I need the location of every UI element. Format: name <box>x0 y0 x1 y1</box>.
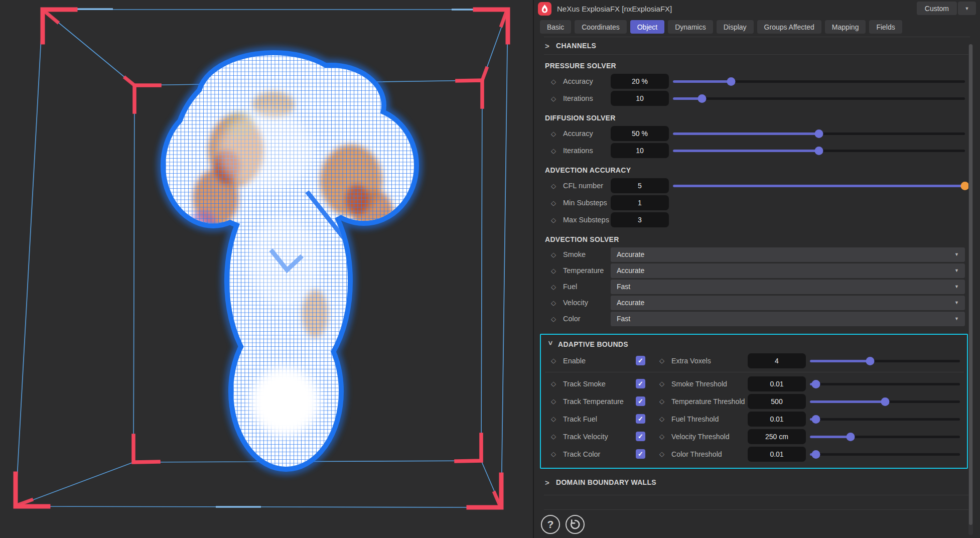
port-diamond-icon[interactable]: ◇ <box>551 95 563 102</box>
slider-handle[interactable] <box>815 147 823 155</box>
min-substeps-input[interactable]: 1 <box>611 195 669 210</box>
fuel-threshold-slider[interactable] <box>810 412 960 427</box>
pressure-iterations-input[interactable]: 10 <box>611 91 669 106</box>
port-diamond-icon[interactable]: ◇ <box>551 433 563 440</box>
slider-handle[interactable] <box>811 380 820 388</box>
question-mark-icon: ? <box>547 518 554 530</box>
port-diamond-icon[interactable]: ◇ <box>659 415 671 423</box>
cfl-number-input[interactable]: 5 <box>611 178 669 193</box>
slider-handle[interactable] <box>866 357 874 365</box>
tab-display[interactable]: Display <box>717 20 754 34</box>
section-label: CHANNELS <box>556 42 596 50</box>
port-diamond-icon[interactable]: ◇ <box>659 433 671 440</box>
fuel-threshold-input[interactable]: 0.01 <box>748 412 806 427</box>
param-row-diffusion-accuracy: ◇ Accuracy 50 % <box>551 125 965 142</box>
port-diamond-icon[interactable]: ◇ <box>551 199 563 207</box>
preset-custom-button[interactable]: Custom <box>917 2 957 15</box>
port-diamond-icon[interactable]: ◇ <box>551 267 563 275</box>
check-icon: ✓ <box>638 380 643 387</box>
panel-footer: ? <box>541 515 585 534</box>
smoke-solver-dropdown[interactable]: Accurate ▼ <box>611 247 965 262</box>
tab-coordinates[interactable]: Coordinates <box>575 20 627 34</box>
reset-button[interactable] <box>566 515 585 534</box>
tab-groups-affected[interactable]: Groups Affected <box>757 20 821 34</box>
diffusion-iterations-slider[interactable] <box>673 143 965 158</box>
help-button[interactable]: ? <box>541 515 560 534</box>
param-row-smoke-solver: ◇ Smoke Accurate ▼ <box>551 246 965 262</box>
slider-handle[interactable] <box>881 397 889 406</box>
temperature-threshold-slider[interactable] <box>810 394 960 409</box>
port-diamond-icon[interactable]: ◇ <box>551 251 563 258</box>
port-diamond-icon[interactable]: ◇ <box>551 283 563 291</box>
slider-handle[interactable] <box>846 433 855 441</box>
port-diamond-icon[interactable]: ◇ <box>551 415 563 423</box>
port-diamond-icon[interactable]: ◇ <box>551 182 563 190</box>
header-pressure-solver: PRESSURE SOLVER <box>545 60 965 72</box>
port-diamond-icon[interactable]: ◇ <box>551 147 563 155</box>
slider-handle[interactable] <box>811 415 820 424</box>
param-row-velocity-solver: ◇ Velocity Accurate ▼ <box>551 295 965 311</box>
pressure-accuracy-input[interactable]: 20 % <box>611 74 669 89</box>
diffusion-accuracy-input[interactable]: 50 % <box>611 126 669 141</box>
cfl-number-slider[interactable] <box>673 178 965 193</box>
chevron-down-icon: ▼ <box>954 268 959 273</box>
port-diamond-icon[interactable]: ◇ <box>659 357 671 364</box>
track-color-checkbox[interactable]: ✓ <box>636 449 645 459</box>
pressure-accuracy-slider[interactable] <box>673 74 965 89</box>
section-channels[interactable]: > CHANNELS <box>551 37 965 54</box>
smoke-threshold-input[interactable]: 0.01 <box>748 376 806 391</box>
slider-handle[interactable] <box>961 182 969 190</box>
port-diamond-icon[interactable]: ◇ <box>659 380 671 387</box>
diffusion-accuracy-slider[interactable] <box>673 126 965 141</box>
temperature-threshold-input[interactable]: 500 <box>748 394 806 409</box>
tab-dynamics[interactable]: Dynamics <box>668 20 713 34</box>
slider-handle[interactable] <box>727 77 736 86</box>
tab-object[interactable]: Object <box>630 20 664 34</box>
track-smoke-checkbox[interactable]: ✓ <box>636 379 645 388</box>
enable-checkbox[interactable]: ✓ <box>636 356 645 365</box>
port-diamond-icon[interactable]: ◇ <box>551 315 563 323</box>
tab-mapping[interactable]: Mapping <box>825 20 866 34</box>
pressure-iterations-slider[interactable] <box>673 91 965 106</box>
smoke-threshold-slider[interactable] <box>810 376 960 391</box>
slider-handle[interactable] <box>698 94 707 103</box>
extra-voxels-slider[interactable] <box>810 353 960 368</box>
velocity-solver-dropdown[interactable]: Accurate ▼ <box>611 296 965 310</box>
port-diamond-icon[interactable]: ◇ <box>551 357 563 364</box>
velocity-threshold-slider[interactable] <box>810 429 960 444</box>
track-velocity-checkbox[interactable]: ✓ <box>636 432 645 441</box>
tab-basic[interactable]: Basic <box>540 20 571 34</box>
fuel-solver-dropdown[interactable]: Fast ▼ <box>611 280 965 294</box>
port-diamond-icon[interactable]: ◇ <box>551 130 563 138</box>
track-fuel-checkbox[interactable]: ✓ <box>636 414 645 424</box>
port-diamond-icon[interactable]: ◇ <box>551 397 563 405</box>
color-threshold-slider[interactable] <box>810 447 960 462</box>
port-diamond-icon[interactable]: ◇ <box>551 450 563 458</box>
slider-handle[interactable] <box>811 450 820 459</box>
panel-scrollbar[interactable] <box>968 44 973 535</box>
port-diamond-icon[interactable]: ◇ <box>551 299 563 307</box>
check-icon: ✓ <box>638 450 643 458</box>
diffusion-iterations-input[interactable]: 10 <box>611 143 669 158</box>
tab-fields[interactable]: Fields <box>869 20 902 34</box>
chevron-down-icon: ▼ <box>954 252 959 257</box>
port-diamond-icon[interactable]: ◇ <box>551 216 563 224</box>
section-domain-boundary-walls[interactable]: > DOMAIN BOUNDARY WALLS <box>551 474 965 491</box>
extra-voxels-input[interactable]: 4 <box>748 353 806 368</box>
port-diamond-icon[interactable]: ◇ <box>551 78 563 85</box>
row-track-fuel: ◇ Track Fuel ✓ ◇ Fuel Threshold 0.01 <box>551 410 960 428</box>
port-diamond-icon[interactable]: ◇ <box>659 450 671 458</box>
port-diamond-icon[interactable]: ◇ <box>551 380 563 387</box>
port-diamond-icon[interactable]: ◇ <box>659 397 671 405</box>
preset-dropdown-button[interactable]: ▼ <box>958 2 976 15</box>
scrollbar-thumb[interactable] <box>969 44 972 525</box>
temperature-solver-dropdown[interactable]: Accurate ▼ <box>611 263 965 278</box>
viewport-3d[interactable] <box>0 0 534 538</box>
color-threshold-input[interactable]: 0.01 <box>748 447 806 462</box>
color-solver-dropdown[interactable]: Fast ▼ <box>611 312 965 326</box>
velocity-threshold-input[interactable]: 250 cm <box>748 429 806 444</box>
section-adaptive-bounds[interactable]: > ADAPTIVE BOUNDS <box>551 337 960 352</box>
max-substeps-input[interactable]: 3 <box>611 212 669 227</box>
track-temperature-checkbox[interactable]: ✓ <box>636 396 645 406</box>
slider-handle[interactable] <box>815 129 823 138</box>
